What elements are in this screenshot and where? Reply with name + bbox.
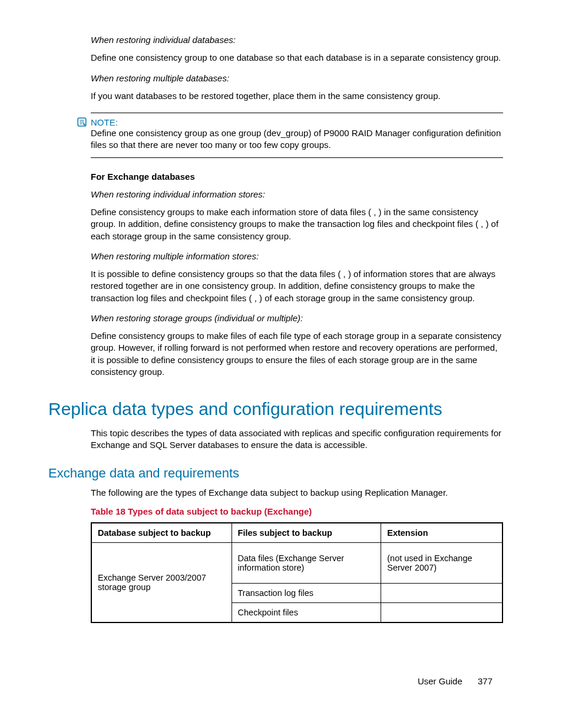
th-database: Database subject to backup — [91, 523, 232, 543]
cell-ext-data: (not used in Exchange Server 2007) — [381, 543, 503, 584]
cell-files-data: Data files (Exchange Server information … — [232, 543, 381, 584]
note-block: NOTE: Define one consistency group as on… — [48, 113, 503, 158]
th-files: Files subject to backup — [232, 523, 381, 543]
cell-files-checkpoint: Checkpoint files — [232, 603, 381, 623]
cell-database: Exchange Server 2003/2007 storage group — [91, 543, 232, 623]
heading-individual-stores: When restoring individual information st… — [91, 189, 503, 200]
note-divider-top — [91, 113, 503, 113]
table-backup-types: Database subject to backup Files subject… — [91, 522, 503, 623]
footer-label: User Guide — [418, 676, 462, 686]
cell-ext-checkpoint — [381, 603, 503, 623]
sub-heading-exchange: Exchange data and requirements — [48, 466, 503, 481]
text-individual-stores: Define consistency groups to make each i… — [91, 206, 503, 242]
page-footer: User Guide 377 — [48, 676, 503, 686]
table-caption: Table 18 Types of data subject to backup… — [91, 506, 503, 518]
th-extension: Extension — [381, 523, 503, 543]
document-page: When restoring individual databases: Def… — [0, 0, 562, 686]
note-icon — [77, 117, 87, 127]
heading-restore-individual-db: When restoring individual databases: — [91, 34, 503, 46]
text-storage-groups: Define consistency groups to make files … — [91, 330, 503, 378]
cell-files-transaction: Transaction log files — [232, 584, 381, 603]
text-restore-individual-db: Define one consistency group to one data… — [91, 52, 503, 64]
note-divider-bottom — [91, 157, 503, 158]
heading-storage-groups: When restoring storage groups (individua… — [91, 312, 503, 324]
heading-multiple-stores: When restoring multiple information stor… — [91, 251, 503, 262]
text-restore-multiple-db: If you want databases to be restored tog… — [91, 90, 503, 102]
table-header-row: Database subject to backup Files subject… — [91, 523, 503, 543]
note-text: Define one consistency group as one grou… — [91, 127, 503, 151]
section-db-restore: When restoring individual databases: Def… — [91, 34, 503, 102]
section-exchange-db: For Exchange databases When restoring in… — [91, 171, 503, 378]
page-title: Replica data types and configuration req… — [48, 399, 503, 419]
heading-restore-multiple-db: When restoring multiple databases: — [91, 73, 503, 84]
table-row: Exchange Server 2003/2007 storage group … — [91, 543, 503, 584]
note-label: NOTE: — [91, 117, 118, 127]
heading-exchange-db: For Exchange databases — [91, 171, 503, 183]
main-intro-text: This topic describes the types of data a… — [91, 427, 503, 452]
text-multiple-stores: It is possible to define consistency gro… — [91, 268, 503, 304]
cell-ext-transaction — [381, 584, 503, 603]
note-header: NOTE: — [77, 117, 503, 127]
sub-intro-text: The following are the types of Exchange … — [91, 487, 503, 499]
footer-page-number: 377 — [478, 676, 492, 686]
